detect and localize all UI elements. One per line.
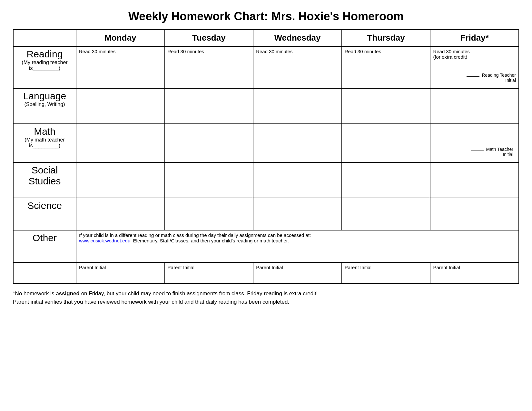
math-monday (76, 124, 165, 162)
math-teacher-initial: Math TeacherInitial (471, 147, 513, 157)
footer: *No homework is assigned on Friday, but … (13, 289, 519, 306)
header-friday: Friday* (430, 29, 519, 46)
science-wednesday (253, 198, 342, 230)
language-wednesday (253, 88, 342, 124)
header-monday: Monday (76, 29, 165, 46)
math-label: Math (16, 126, 73, 137)
parent-initial-wednesday: Parent Initial (253, 262, 342, 283)
parent-initial-monday-label: Parent Initial (79, 265, 106, 270)
reading-initial-line (467, 76, 479, 77)
parent-initial-thursday-label: Parent Initial (345, 265, 371, 270)
reading-wednesday: Read 30 minutes (253, 46, 342, 88)
footer-line1-pre: *No homework is (13, 290, 56, 297)
parent-initial-thursday: Parent Initial (342, 262, 430, 283)
row-math: Math (My math teacher is_________) Math … (13, 124, 519, 162)
parent-initial-friday: Parent Initial (430, 262, 519, 283)
parent-initial-tuesday: Parent Initial (165, 262, 253, 283)
row-language: Language (Spelling, Writing) (13, 88, 519, 124)
reading-thursday: Read 30 minutes (342, 46, 430, 88)
other-info-text2: , Elementary, Staff/Classes, and then yo… (130, 238, 289, 243)
parent-initial-tuesday-label: Parent Initial (168, 265, 194, 270)
reading-sub2: is_________) (16, 65, 73, 71)
parent-initial-friday-label: Parent Initial (433, 265, 460, 270)
reading-friday-line2: (for extra credit) (433, 54, 516, 60)
footer-line1-post: on Friday, but your child may need to fi… (80, 290, 318, 297)
math-wednesday (253, 124, 342, 162)
social-wednesday (253, 162, 342, 198)
science-thursday (342, 198, 430, 230)
reading-teacher-initial: Reading TeacherInitial (433, 73, 516, 83)
social-friday (430, 162, 519, 198)
row-science: Science (13, 198, 519, 230)
language-sub: (Spelling, Writing) (16, 102, 73, 107)
reading-sub1: (My reading teacher (16, 60, 73, 65)
reading-friday-line1: Read 30 minutes (433, 49, 516, 54)
math-friday-wrapper: Math TeacherInitial (433, 126, 516, 160)
parent-initial-monday: Parent Initial (76, 262, 165, 283)
parent-initial-wednesday-line (286, 269, 311, 269)
math-thursday (342, 124, 430, 162)
reading-friday: Read 30 minutes (for extra credit) Readi… (430, 46, 519, 88)
footer-line2: Parent initial verifies that you have re… (13, 299, 289, 305)
row-reading: Reading (My reading teacher is_________)… (13, 46, 519, 88)
other-info: If your child is in a different reading … (76, 230, 519, 262)
page-title: Weekly Homework Chart: Mrs. Hoxie's Home… (13, 10, 519, 23)
social-monday (76, 162, 165, 198)
social-thursday (342, 162, 430, 198)
math-initial-line (471, 151, 484, 151)
parent-initial-thursday-line (374, 269, 400, 269)
other-label: Other (16, 232, 73, 243)
science-monday (76, 198, 165, 230)
reading-label: Reading (16, 49, 73, 60)
header-tuesday: Tuesday (165, 29, 253, 46)
other-info-text1: If your child is in a different reading … (79, 232, 311, 238)
science-tuesday (165, 198, 253, 230)
math-sub1: (My math teacher (16, 137, 73, 143)
row-social-studies: SocialStudies (13, 162, 519, 198)
reading-tuesday: Read 30 minutes (165, 46, 253, 88)
science-label: Science (16, 200, 73, 211)
language-tuesday (165, 88, 253, 124)
header-thursday: Thursday (342, 29, 430, 46)
language-friday (430, 88, 519, 124)
parent-initial-friday-line (463, 269, 488, 269)
subject-math: Math (My math teacher is_________) (13, 124, 76, 162)
language-label: Language (16, 91, 73, 102)
parent-initial-empty (13, 262, 76, 283)
language-monday (76, 88, 165, 124)
footer-line1-bold: assigned (56, 290, 80, 297)
subject-language: Language (Spelling, Writing) (13, 88, 76, 124)
parent-initial-tuesday-line (197, 269, 223, 269)
parent-initial-wednesday-label: Parent Initial (256, 265, 283, 270)
other-link[interactable]: www.cusick.wednet.edu (79, 238, 130, 243)
homework-chart: Monday Tuesday Wednesday Thursday Friday… (13, 29, 519, 284)
parent-initial-monday-line (109, 269, 134, 269)
header-col0 (13, 29, 76, 46)
subject-social-studies: SocialStudies (13, 162, 76, 198)
social-studies-label: SocialStudies (16, 165, 73, 187)
subject-science: Science (13, 198, 76, 230)
subject-other: Other (13, 230, 76, 262)
social-tuesday (165, 162, 253, 198)
math-tuesday (165, 124, 253, 162)
math-friday: Math TeacherInitial (430, 124, 519, 162)
reading-monday: Read 30 minutes (76, 46, 165, 88)
row-parent-initial: Parent Initial Parent Initial Parent Ini… (13, 262, 519, 283)
math-sub2: is_________) (16, 143, 73, 149)
subject-reading: Reading (My reading teacher is_________) (13, 46, 76, 88)
row-other: Other If your child is in a different re… (13, 230, 519, 262)
header-wednesday: Wednesday (253, 29, 342, 46)
science-friday (430, 198, 519, 230)
language-thursday (342, 88, 430, 124)
